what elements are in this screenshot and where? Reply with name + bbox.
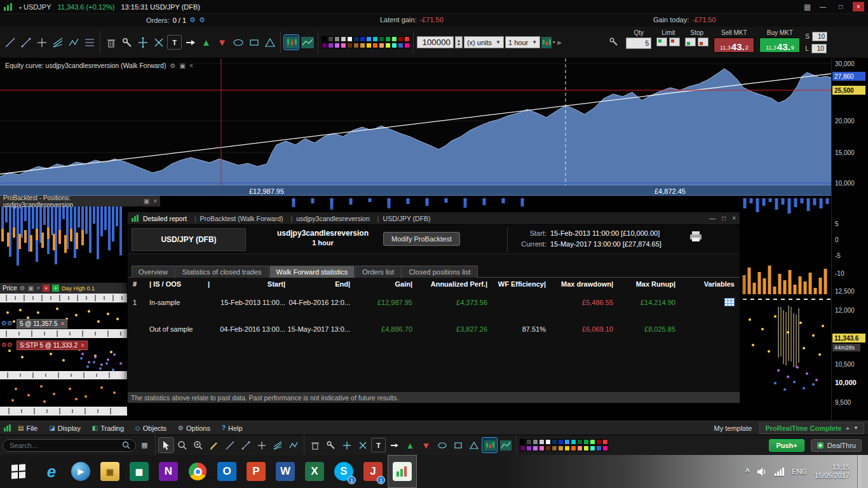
chart-style-candles-icon[interactable] [482, 438, 497, 452]
tab-walk-forward-statistics[interactable]: Walk Forward statistics [269, 266, 355, 278]
l-value-box[interactable]: 10 [811, 44, 827, 53]
triangle-tool-icon[interactable] [262, 35, 277, 50]
tab-closed-positions-list[interactable]: Closed positions list [402, 266, 477, 278]
color-swatch[interactable] [532, 445, 538, 451]
report-close-icon[interactable]: × [732, 215, 736, 222]
color-swatch[interactable] [385, 43, 391, 48]
move-tool-icon[interactable] [135, 35, 150, 50]
color-swatch[interactable] [366, 43, 372, 48]
color-swatch[interactable] [571, 445, 576, 451]
rectangle-tool-icon[interactable] [451, 438, 465, 452]
stop-order-badge[interactable]: S:STP 5 @ 11,333.2 × [17, 341, 88, 350]
quantity-stepper[interactable]: ▲▼ [455, 36, 463, 48]
color-swatch[interactable] [539, 439, 545, 445]
color-swatch[interactable] [552, 445, 557, 451]
color-swatch[interactable] [372, 36, 378, 42]
color-swatch[interactable] [602, 439, 608, 445]
continue-arrow-icon[interactable] [183, 35, 198, 50]
taskbar-clock[interactable]: 13:15 15/05/2017 [815, 463, 850, 480]
units-select[interactable]: (x) units▼ [464, 36, 504, 48]
pane-close-icon[interactable]: × [189, 62, 193, 69]
chart-style-candles-icon[interactable] [284, 35, 299, 50]
close-button[interactable]: × [853, 2, 864, 11]
color-swatch[interactable] [322, 36, 327, 42]
buy-arrow-icon[interactable]: ▲ [403, 438, 417, 452]
color-swatch[interactable] [602, 445, 608, 451]
segment-tool-icon[interactable] [238, 438, 253, 452]
chart-style-line-icon[interactable] [300, 35, 315, 50]
chart-view-dropdown-icon[interactable]: ▼ [541, 35, 556, 50]
menu-options[interactable]: ⚙Options [173, 421, 215, 435]
report-titlebar[interactable]: Detailed report ProBacktest (Walk Forwar… [128, 212, 740, 225]
text-tool-icon[interactable]: T [167, 35, 182, 50]
color-swatch[interactable] [545, 439, 551, 445]
color-swatch[interactable] [590, 445, 595, 451]
color-swatch[interactable] [353, 43, 359, 48]
taskbar-item-excel[interactable]: X [300, 455, 329, 488]
menu-objects[interactable]: ◇Objects [130, 421, 172, 435]
cancel-order-icon[interactable]: × [81, 342, 85, 349]
sell-market-button[interactable]: 11,343.2 [714, 37, 754, 53]
sell-arrow-icon[interactable]: ▼ [215, 35, 229, 50]
color-swatch[interactable] [341, 43, 346, 48]
taskbar-item-outlook[interactable]: O [212, 455, 241, 488]
report-minimize-icon[interactable]: — [709, 215, 715, 222]
tray-expand-icon[interactable]: ^ [745, 467, 750, 476]
tab-overview[interactable]: Overview [132, 266, 175, 278]
taskbar-item-explorer[interactable]: ▣ [95, 455, 125, 488]
brand-dropdown-icon[interactable]: ▼ [853, 425, 858, 431]
color-swatch[interactable] [564, 445, 570, 451]
color-swatch[interactable] [590, 439, 595, 445]
trash-icon[interactable] [104, 35, 118, 50]
volume-icon[interactable] [757, 468, 767, 476]
color-swatch[interactable] [341, 36, 346, 42]
triangle-tool-icon[interactable] [466, 438, 481, 452]
fit-tool-icon[interactable] [151, 35, 166, 50]
color-swatch[interactable] [404, 36, 410, 42]
taskbar-item-app-red[interactable]: J1 [358, 455, 388, 488]
color-swatch[interactable] [539, 445, 545, 451]
color-swatch[interactable] [398, 43, 403, 48]
taskbar-item-word[interactable]: W [271, 455, 300, 488]
buy-market-button[interactable]: 11,343.9 [759, 37, 800, 53]
search-box[interactable] [3, 439, 136, 452]
color-swatch[interactable] [596, 445, 602, 451]
pane-close-icon[interactable]: × [153, 198, 157, 205]
price-chart[interactable] [0, 294, 127, 421]
taskbar-item-onenote[interactable]: N [154, 455, 183, 488]
quantity-input[interactable] [417, 36, 454, 48]
color-swatch[interactable] [360, 43, 365, 48]
taskbar-item-chrome[interactable] [183, 455, 212, 488]
color-swatch[interactable] [596, 439, 602, 445]
keyboard-icon[interactable]: ▦ [137, 438, 152, 452]
price-axis[interactable]: 30,000 27,860 25,500 20,000 15,000 10,00… [831, 58, 868, 421]
trade-qty-input[interactable] [626, 37, 651, 49]
zigzag-tool-icon[interactable] [66, 35, 81, 50]
color-swatch[interactable] [404, 43, 410, 48]
show-desktop-button[interactable] [857, 455, 862, 488]
taskbar-item-app-green[interactable]: ▦ [125, 455, 154, 488]
pane-window-icon[interactable]: ▣ [144, 198, 149, 205]
color-swatch[interactable] [552, 439, 557, 445]
menu-file[interactable]: ▤File [13, 421, 43, 435]
trash-icon[interactable] [308, 438, 322, 452]
color-swatch[interactable] [322, 43, 327, 48]
my-template-button[interactable]: My template [714, 424, 752, 432]
right-price-chart[interactable] [740, 212, 831, 421]
continue-arrow-icon[interactable] [387, 438, 402, 452]
color-swatch[interactable] [583, 439, 589, 445]
table-row[interactable]: Out of sample 04-Feb-2016 13:00... 15-Ma… [128, 323, 740, 336]
segment-tool-icon[interactable] [18, 35, 33, 50]
trade-settings-icon[interactable] [606, 34, 621, 49]
search-input[interactable] [8, 441, 118, 450]
modify-probacktest-button[interactable]: Modify ProBacktest [383, 232, 460, 246]
equity-curve-chart[interactable]: Equity curve: usdjpy3candlesreversion (W… [0, 58, 831, 196]
ellipse-tool-icon[interactable] [231, 35, 245, 50]
color-swatch[interactable] [334, 36, 340, 42]
hline-vline-tool-icon[interactable] [254, 438, 269, 452]
zoom-tool-icon[interactable] [175, 438, 189, 452]
pane-window-icon[interactable]: ▣ [179, 62, 185, 69]
tab-orders-list[interactable]: Orders list [355, 266, 401, 278]
start-button[interactable] [0, 455, 37, 488]
taskbar-item-ie[interactable]: e [37, 455, 66, 488]
